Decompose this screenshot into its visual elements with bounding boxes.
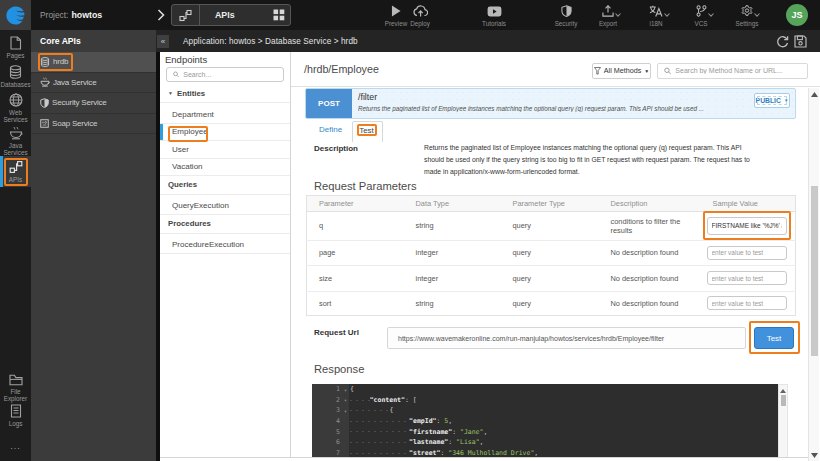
endpoints-section-procedures[interactable]: Procedures	[160, 215, 290, 234]
request-url-row: Request Url https://www.wavemakeronline.…	[305, 327, 808, 350]
endpoints-section-queries[interactable]: Queries	[160, 176, 290, 195]
collapse-sidebar-button[interactable]: «	[157, 35, 169, 48]
sample-value-input-page[interactable]	[707, 246, 787, 260]
editor-scroll-thumb[interactable]	[781, 395, 786, 406]
data-type-cell: integer	[404, 240, 501, 266]
left-icon-rail: PagesDatabasesWebServicesJavaServicesAPI…	[0, 30, 31, 461]
code-token: :	[452, 428, 460, 436]
code-token: :	[448, 438, 456, 446]
description-cell: No description found	[599, 240, 701, 266]
code-editor: 1▾2▾3▾45678 {"content": [{"empId": 5,"fi…	[312, 384, 778, 460]
code-token: "lastname"	[409, 438, 448, 446]
rail-item-pages[interactable]: Pages	[0, 36, 31, 59]
rail-item-web[interactable]: WebServices	[0, 93, 31, 123]
wavemaker-logo[interactable]	[0, 0, 31, 30]
i18n-button[interactable]: i18N	[639, 4, 673, 27]
tutorials-icon	[487, 4, 502, 17]
settings-button[interactable]: Settings	[730, 4, 764, 27]
sample-value-input-q[interactable]	[707, 217, 787, 235]
sidebar-item-security[interactable]: Security Service	[31, 93, 156, 114]
endpoint-title: /hrdb/Employee	[304, 64, 379, 74]
security-icon	[40, 98, 49, 108]
rail-item-logs[interactable]: Logs	[0, 404, 31, 427]
core-apis-sidebar: Core APIs hrdbJava ServiceSecurity Servi…	[31, 30, 156, 461]
column-header: Parameter	[307, 196, 404, 212]
endpoint-item-employee[interactable]: Employee	[160, 124, 290, 142]
i18n-icon	[649, 4, 663, 17]
visibility-dropdown[interactable]: PUBLIC ▼	[754, 93, 790, 108]
endpoint-item-queryexecution[interactable]: QueryExecution	[160, 195, 290, 216]
search-icon	[173, 71, 179, 78]
endpoints-search[interactable]	[166, 67, 284, 82]
request-parameters-heading: Request Parameters	[314, 180, 808, 192]
rail-item-databases[interactable]: Databases	[0, 65, 31, 88]
save-icon[interactable]	[794, 35, 807, 48]
refresh-icon[interactable]	[776, 35, 789, 48]
rail-item-apis[interactable]: APIs	[0, 156, 31, 187]
test-button[interactable]: Test	[754, 327, 794, 350]
fold-icon[interactable]: ▾	[344, 395, 347, 406]
wavemaker-logo-icon	[5, 5, 26, 26]
param-row-q: qstringqueryconditions to filter the res…	[307, 212, 796, 241]
sidebar-item-soap[interactable]: Soap Service	[31, 114, 156, 135]
endpoint-item-label: Employee	[172, 127, 208, 136]
endpoint-card[interactable]: POST /filter Returns the paginated list …	[305, 88, 796, 119]
endpoint-item-department[interactable]: Department	[160, 103, 290, 124]
tab-define[interactable]: Define	[305, 121, 352, 142]
java-icon	[9, 126, 23, 140]
apis-icon	[172, 5, 200, 25]
rail-item-java[interactable]: JavaServices	[0, 126, 31, 156]
tab-test[interactable]: Test	[352, 121, 383, 142]
method-search-input[interactable]	[675, 67, 801, 74]
sidebar-title: Core APIs	[31, 30, 156, 52]
method-panel-header: /hrdb/Employee All Methods ▼	[291, 52, 820, 87]
endpoint-item-procedureexecution[interactable]: ProcedureExecution	[160, 234, 290, 255]
sample-value-input-size[interactable]	[707, 271, 787, 285]
line-number: 2▾	[312, 395, 349, 406]
rail-label: Logs	[9, 420, 23, 427]
endpoint-item-vacation[interactable]: Vacation	[160, 159, 290, 177]
user-avatar[interactable]: JS	[786, 4, 808, 26]
sidebar-item-label: Security Service	[52, 98, 107, 107]
param-row-size: sizeintegerqueryNo description found	[307, 266, 796, 292]
breadcrumb-actions	[776, 35, 807, 48]
main-scroll-thumb[interactable]	[811, 186, 818, 356]
column-header: Parameter Type	[501, 196, 599, 212]
sidebar-item-java[interactable]: Java Service	[31, 73, 156, 94]
rail-overflow-dots[interactable]: ...	[0, 441, 31, 451]
method-search[interactable]	[657, 63, 808, 79]
security-button[interactable]: Security	[549, 4, 583, 27]
rail-label: FileExplorer	[4, 388, 27, 402]
tutorials-button[interactable]: Tutorials	[477, 4, 511, 27]
methods-filter-dropdown[interactable]: All Methods ▼	[592, 63, 651, 79]
sample-value-input-sort[interactable]	[707, 296, 787, 310]
code-token: : [	[405, 396, 417, 404]
endpoint-item-label: Department	[172, 110, 214, 119]
description-row: Description Returns the paginated list o…	[305, 144, 808, 179]
settings-label: Settings	[736, 20, 759, 27]
endpoints-search-input[interactable]	[183, 71, 277, 78]
endpoints-panel: Endpoints ▼EntitiesDepartmentEmployeeUse…	[160, 52, 291, 461]
indent-guide	[350, 427, 409, 438]
tabs: DefineTest	[305, 121, 808, 142]
deploy-button[interactable]: Deploy	[403, 4, 437, 27]
endpoint-item-user[interactable]: User	[160, 141, 290, 159]
apis-icon	[9, 160, 23, 174]
vcs-icon	[696, 4, 707, 17]
editor-code[interactable]: {"content": [{"empId": 5,"firstname": "J…	[349, 384, 778, 460]
section-label: Procedures	[168, 219, 211, 228]
main-scrollbar[interactable]	[808, 88, 819, 461]
export-button[interactable]: Export	[591, 4, 625, 27]
endpoints-section-entities[interactable]: ▼Entities	[160, 85, 290, 104]
parameter-type-cell: query	[501, 240, 599, 266]
vcs-button[interactable]: VCS	[684, 4, 718, 27]
fold-icon[interactable]: ▾	[344, 385, 347, 396]
sidebar-item-hrdb[interactable]: hrdb	[31, 52, 156, 73]
rail-item-files[interactable]: FileExplorer	[0, 374, 31, 402]
editor-scrollbar[interactable]	[778, 384, 788, 460]
search-icon	[664, 67, 671, 75]
fold-icon[interactable]: ▾	[344, 406, 347, 417]
grid-icon[interactable]	[273, 9, 285, 21]
resource-selector[interactable]: APIs	[171, 4, 291, 26]
sidebar-divider	[156, 30, 160, 461]
